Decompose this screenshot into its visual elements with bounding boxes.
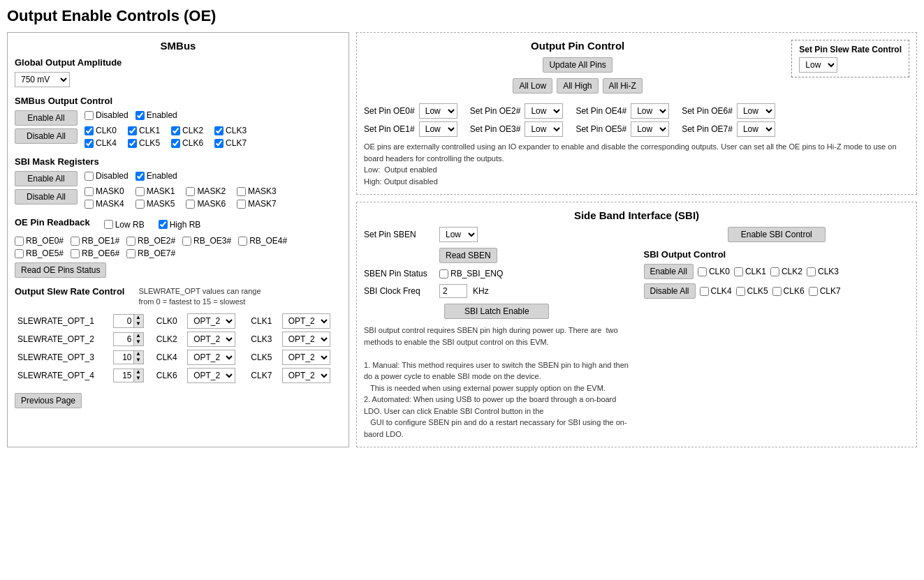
sbi-pin-sben-select[interactable]: LowHighHi-Z: [439, 227, 478, 242]
rb-oe0-checkbox[interactable]: [15, 237, 24, 246]
pin-oe4-select[interactable]: LowHighHi-Z: [631, 103, 669, 119]
sbi-clock-freq-input[interactable]: [439, 284, 467, 298]
rb-oe5-checkbox[interactable]: [15, 249, 24, 258]
mask7-checkbox[interactable]: [237, 200, 246, 209]
slew-clk-a-label: CLK4: [152, 348, 184, 366]
smbus-enabled-checkbox[interactable]: [135, 111, 145, 120]
all-high-button[interactable]: All High: [557, 78, 598, 94]
slew-clk-b-label: CLK7: [247, 366, 279, 385]
slew-value-input[interactable]: [114, 369, 133, 382]
read-oe-pins-button[interactable]: Read OE Pins Status: [15, 262, 106, 278]
mask-disable-all-button[interactable]: Disable All: [15, 189, 78, 205]
high-rb-checkbox[interactable]: [159, 220, 168, 229]
slew-spin-down[interactable]: ▼: [133, 321, 143, 327]
smbus-clk4-checkbox[interactable]: [85, 139, 94, 148]
slew-label: SLEWRATE_OPT_4: [15, 366, 110, 385]
sbi-clk5-wrap: CLK5: [736, 286, 768, 296]
sbi-clk5-checkbox[interactable]: [736, 287, 745, 296]
slew-rate-note: SLEWRATE_OPT values can rangefrom 0 = fa…: [138, 286, 261, 308]
pin-oe5-select[interactable]: LowHighHi-Z: [631, 121, 669, 137]
low-rb-checkbox[interactable]: [104, 220, 113, 229]
rb-oe1-checkbox[interactable]: [71, 237, 80, 246]
smbus-clk7-checkbox[interactable]: [214, 139, 223, 148]
rb-oe2-checkbox[interactable]: [126, 237, 135, 246]
pin-oe6-label: Set Pin OE6#: [682, 106, 733, 116]
previous-page-wrap: Previous Page: [15, 393, 342, 408]
previous-page-button[interactable]: Previous Page: [15, 393, 82, 408]
rb-oe3-checkbox[interactable]: [182, 237, 191, 246]
update-all-pins-button[interactable]: Update All Pins: [543, 57, 612, 73]
sbi-clk2-checkbox[interactable]: [770, 267, 779, 276]
pin-oe6-select[interactable]: LowHighHi-Z: [737, 103, 775, 119]
rb-oe7-wrap: RB_OE7#: [126, 248, 175, 258]
sbi-clk3-checkbox[interactable]: [807, 267, 816, 276]
slew-value-input[interactable]: [114, 333, 133, 345]
sbi-output-control-title: SBI Output Control: [644, 249, 910, 260]
mask3-checkbox[interactable]: [237, 187, 246, 196]
sbi-notes: SBI output control requires SBEN pin hig…: [364, 325, 630, 440]
mask5-checkbox[interactable]: [135, 200, 145, 209]
smbus-clk2-checkbox[interactable]: [171, 126, 180, 135]
smbus-clk6-checkbox[interactable]: [171, 139, 180, 148]
pin-oe2-select[interactable]: LowHighHi-Z: [525, 103, 563, 119]
mask-enabled-checkbox[interactable]: [135, 172, 145, 181]
all-low-button[interactable]: All Low: [513, 78, 552, 94]
slew-opt-b-select[interactable]: OPT_0OPT_1OPT_2OPT_3: [282, 332, 330, 347]
rb-sbi-enq-wrap: RB_SBI_ENQ: [439, 269, 503, 278]
slew-spin-down[interactable]: ▼: [133, 375, 143, 382]
mask1-checkbox[interactable]: [135, 187, 145, 196]
sbi-latch-enable-button[interactable]: SBI Latch Enable: [444, 304, 549, 319]
mask-disabled-checkbox[interactable]: [85, 172, 94, 181]
mask0-checkbox[interactable]: [85, 187, 94, 196]
sbi-clk7-checkbox[interactable]: [809, 287, 818, 296]
sbi-disable-all-button[interactable]: Disable All: [644, 283, 696, 299]
rb-oe7-checkbox[interactable]: [126, 249, 135, 258]
slew-value-input[interactable]: [114, 351, 133, 364]
slew-opt-a-select[interactable]: OPT_0OPT_1OPT_2OPT_3: [187, 350, 235, 365]
smbus-clk1-checkbox[interactable]: [128, 126, 137, 135]
sbi-pin-sben-label: Set Pin SBEN: [364, 230, 434, 239]
slew-opt-b-select[interactable]: OPT_0OPT_1OPT_2OPT_3: [282, 313, 330, 329]
sbi-clk0-checkbox[interactable]: [698, 267, 707, 276]
rb-sbi-enq-checkbox[interactable]: [439, 269, 448, 278]
pin-oe3-select[interactable]: LowHighHi-Z: [525, 121, 563, 137]
sbi-layout: Set Pin SBEN LowHighHi-Z Read SBEN SBEN …: [364, 227, 909, 440]
rb-oe4-checkbox[interactable]: [238, 237, 247, 246]
slew-opt-a-select[interactable]: OPT_0OPT_1OPT_2OPT_3: [187, 368, 235, 383]
pin-oe7-select[interactable]: LowHighHi-Z: [737, 121, 775, 137]
pin-oe1-select[interactable]: LowHighHi-Z: [419, 121, 457, 137]
smbus-clk3-checkbox[interactable]: [214, 126, 223, 135]
sbi-enable-all-button[interactable]: Enable All: [644, 264, 694, 279]
mask6-checkbox[interactable]: [186, 200, 195, 209]
rb-oe6-checkbox[interactable]: [71, 249, 80, 258]
pin-slew-rate-select[interactable]: Low High Hi-Z: [799, 57, 837, 73]
mask-enable-all-button[interactable]: Enable All: [15, 171, 78, 186]
smbus-enabled-checkbox-wrap: Enabled: [135, 110, 177, 120]
read-sben-button[interactable]: Read SBEN: [439, 248, 497, 263]
output-pin-main: Output Pin Control Update All Pins All L…: [364, 40, 791, 99]
sbi-clk6-checkbox[interactable]: [772, 287, 782, 296]
smbus-disable-all-button[interactable]: Disable All: [15, 128, 78, 144]
slew-value-input[interactable]: [114, 315, 133, 327]
slew-opt-a-select[interactable]: OPT_0OPT_1OPT_2OPT_3: [187, 313, 235, 329]
enable-sbi-control-button[interactable]: Enable SBI Control: [728, 227, 826, 242]
slew-spin-down[interactable]: ▼: [133, 339, 143, 345]
mask4-checkbox[interactable]: [85, 200, 94, 209]
slew-spin-down[interactable]: ▼: [133, 357, 143, 364]
sbi-clk1-checkbox[interactable]: [734, 267, 743, 276]
sbi-clk4-checkbox[interactable]: [700, 287, 709, 296]
smbus-enable-all-button[interactable]: Enable All: [15, 110, 78, 126]
slew-opt-b-select[interactable]: OPT_0OPT_1OPT_2OPT_3: [282, 350, 330, 365]
pin-oe0-select[interactable]: LowHighHi-Z: [419, 103, 457, 119]
slew-opt-b-select[interactable]: OPT_0OPT_1OPT_2OPT_3: [282, 368, 330, 383]
global-output-title: Global Output Amplitude: [15, 57, 342, 68]
global-output-dropdown[interactable]: 750 mV 500 mV 1000 mV: [15, 72, 70, 87]
smbus-clk0-checkbox[interactable]: [85, 126, 94, 135]
smbus-disabled-checkbox[interactable]: [85, 111, 94, 120]
smbus-clk5-checkbox[interactable]: [128, 139, 137, 148]
smbus-panel-title: SMBus: [15, 40, 342, 52]
mask-enabled-wrap: Enabled: [135, 171, 177, 181]
slew-opt-a-select[interactable]: OPT_0OPT_1OPT_2OPT_3: [187, 332, 235, 347]
mask2-checkbox[interactable]: [186, 187, 195, 196]
all-hiz-button[interactable]: All Hi-Z: [603, 78, 643, 94]
